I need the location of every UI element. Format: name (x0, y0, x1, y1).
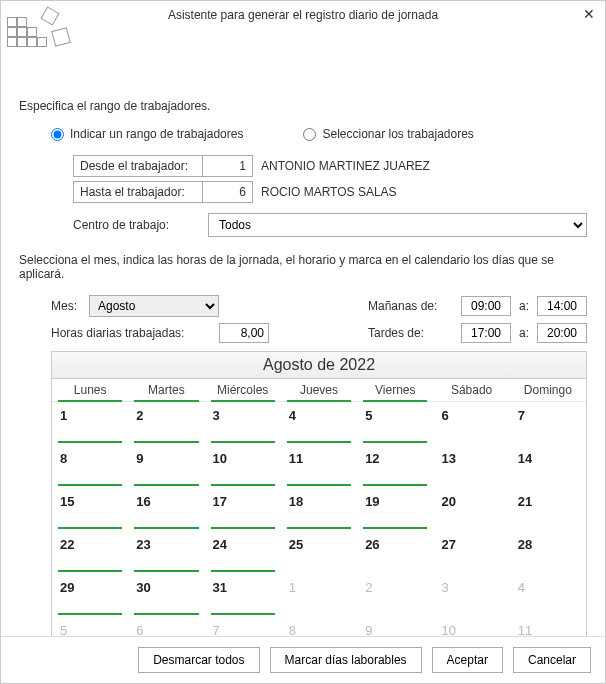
afternoon-to-input[interactable] (537, 323, 587, 343)
morning-from-input[interactable] (461, 296, 511, 316)
center-select[interactable]: Todos (208, 213, 587, 237)
calendar-day[interactable]: 1 (281, 574, 357, 617)
app-logo (5, 5, 85, 61)
calendar-day[interactable]: 28 (510, 531, 586, 574)
month-label: Mes: (51, 299, 89, 313)
window-title: Asistente para generar el registro diari… (168, 8, 438, 22)
calendar-day[interactable]: 4 (281, 402, 357, 445)
to-worker-num[interactable]: 6 (203, 181, 253, 203)
calendar-weekday: Sábado (433, 379, 509, 402)
cancel-button[interactable]: Cancelar (513, 647, 591, 673)
afternoon-from-input[interactable] (461, 323, 511, 343)
afternoon-label: Tardes de: (368, 326, 453, 340)
calendar-day[interactable]: 2 (128, 402, 204, 445)
calendar-weekday: Miércoles (205, 379, 281, 402)
morning-label: Mañanas de: (368, 299, 453, 313)
calendar-day[interactable]: 13 (433, 445, 509, 488)
hours-input[interactable] (219, 323, 269, 343)
calendar: Agosto de 2022 LunesMartesMiércolesJueve… (51, 351, 587, 661)
calendar-day[interactable]: 16 (128, 488, 204, 531)
accept-button[interactable]: Aceptar (432, 647, 503, 673)
radio-select-input[interactable] (303, 128, 316, 141)
calendar-day[interactable]: 31 (205, 574, 281, 617)
from-worker-label: Desde el trabajador: (73, 155, 203, 177)
calendar-weekday: Viernes (357, 379, 433, 402)
from-worker-num[interactable]: 1 (203, 155, 253, 177)
calendar-day[interactable]: 27 (433, 531, 509, 574)
calendar-day[interactable]: 29 (52, 574, 128, 617)
mark-workdays-button[interactable]: Marcar días laborables (270, 647, 422, 673)
hours-label: Horas diarias trabajadas: (51, 326, 219, 340)
calendar-day[interactable]: 19 (357, 488, 433, 531)
calendar-day[interactable]: 23 (128, 531, 204, 574)
calendar-day[interactable]: 24 (205, 531, 281, 574)
from-worker-name: ANTONIO MARTINEZ JUAREZ (253, 159, 430, 173)
morning-to-input[interactable] (537, 296, 587, 316)
calendar-day[interactable]: 20 (433, 488, 509, 531)
calendar-day[interactable]: 26 (357, 531, 433, 574)
calendar-day[interactable]: 17 (205, 488, 281, 531)
calendar-day[interactable]: 11 (281, 445, 357, 488)
titlebar: Asistente para generar el registro diari… (1, 1, 605, 29)
a-label-1: a: (519, 299, 529, 313)
calendar-day[interactable]: 5 (357, 402, 433, 445)
calendar-day[interactable]: 21 (510, 488, 586, 531)
calendar-day[interactable]: 14 (510, 445, 586, 488)
calendar-day[interactable]: 2 (357, 574, 433, 617)
calendar-weekday: Martes (128, 379, 204, 402)
section-calendar-label: Selecciona el mes, indica las horas de l… (19, 253, 587, 281)
calendar-weekday: Lunes (52, 379, 128, 402)
to-worker-name: ROCIO MARTOS SALAS (253, 185, 397, 199)
calendar-day[interactable]: 8 (52, 445, 128, 488)
calendar-day[interactable]: 7 (510, 402, 586, 445)
calendar-day[interactable]: 25 (281, 531, 357, 574)
calendar-day[interactable]: 4 (510, 574, 586, 617)
radio-range[interactable]: Indicar un rango de trabajadores (51, 127, 243, 141)
calendar-title: Agosto de 2022 (52, 352, 586, 379)
calendar-day[interactable]: 10 (205, 445, 281, 488)
radio-range-input[interactable] (51, 128, 64, 141)
calendar-day[interactable]: 1 (52, 402, 128, 445)
calendar-weekday: Jueves (281, 379, 357, 402)
calendar-day[interactable]: 15 (52, 488, 128, 531)
unmark-all-button[interactable]: Desmarcar todos (138, 647, 259, 673)
a-label-2: a: (519, 326, 529, 340)
calendar-day[interactable]: 6 (433, 402, 509, 445)
calendar-day[interactable]: 3 (205, 402, 281, 445)
radio-select[interactable]: Seleccionar los trabajadores (303, 127, 473, 141)
to-worker-label: Hasta el trabajador: (73, 181, 203, 203)
month-select[interactable]: Agosto (89, 295, 219, 317)
calendar-day[interactable]: 22 (52, 531, 128, 574)
calendar-day[interactable]: 3 (433, 574, 509, 617)
center-label: Centro de trabajo: (73, 218, 208, 232)
section-workers-label: Especifica el rango de trabajadores. (19, 99, 587, 113)
calendar-weekday: Domingo (510, 379, 586, 402)
footer: Desmarcar todos Marcar días laborables A… (1, 636, 605, 683)
calendar-day[interactable]: 9 (128, 445, 204, 488)
calendar-day[interactable]: 12 (357, 445, 433, 488)
calendar-day[interactable]: 30 (128, 574, 204, 617)
close-icon[interactable]: ✕ (581, 7, 597, 23)
calendar-day[interactable]: 18 (281, 488, 357, 531)
